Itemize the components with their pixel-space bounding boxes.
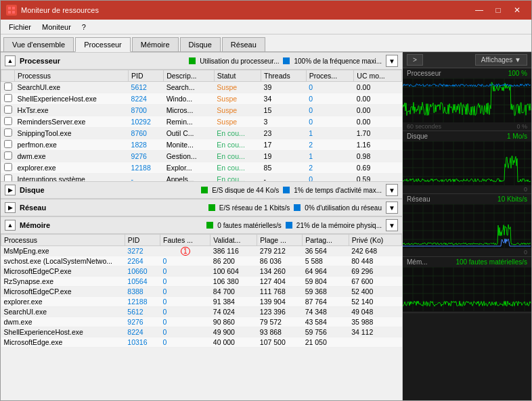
row-name: RemindersServer.exe	[15, 116, 129, 128]
disk-expand-btn[interactable]: ▼	[386, 184, 398, 196]
row-partage: 5 588	[303, 256, 349, 266]
col-statut[interactable]: Statut	[214, 70, 261, 82]
memory-table-row[interactable]: MsMpEng.exe 3272 1 386 116 279 212 36 56…	[1, 246, 402, 256]
tab-vue-ensemble[interactable]: Vue d'ensemble	[3, 37, 74, 51]
graph-section-3: Mém...100 fautes matérielles/s	[403, 257, 531, 313]
memory-table-row[interactable]: MicrosoftEdgeCP.exe 8388 0 84 700 111 76…	[1, 287, 402, 297]
memory-expand-btn[interactable]: ▼	[386, 219, 398, 231]
row-pid: 9276	[129, 151, 164, 162]
tab-disque[interactable]: Disque	[180, 37, 221, 51]
row-prive: 52 140	[349, 297, 401, 307]
memory-title: Mémoire	[20, 221, 50, 229]
memory-table-row[interactable]: RzSynapse.exe 10564 0 106 380 127 404 59…	[1, 277, 402, 287]
network-expand-btn[interactable]: ▼	[386, 202, 398, 214]
cpu-table-row[interactable]: RemindersServer.exe 10292 Remin... Suspe…	[1, 116, 402, 128]
row-checkbox-cell[interactable]	[1, 174, 15, 182]
col-process[interactable]: Proces...	[306, 70, 354, 82]
cpu-title: Processeur	[20, 57, 60, 65]
row-checkbox-cell[interactable]	[1, 139, 15, 151]
close-button[interactable]: ✕	[508, 3, 526, 17]
row-faults: 0	[160, 266, 210, 277]
cpu-expand-btn[interactable]: ▼	[386, 55, 398, 67]
row-checkbox-cell[interactable]	[1, 105, 15, 116]
row-process: 0	[306, 93, 354, 105]
col-uc[interactable]: UC mo...	[354, 70, 402, 82]
cpu-table-row[interactable]: ShellExperienceHost.exe 8224 Windo... Su…	[1, 93, 402, 105]
menu-help[interactable]: ?	[76, 22, 91, 32]
row-validate: 49 900	[210, 327, 257, 337]
row-checkbox-cell[interactable]	[1, 151, 15, 162]
memory-table-row[interactable]: svchost.exe (LocalSystemNetwo... 2264 0 …	[1, 256, 402, 266]
cpu-table-row[interactable]: Interruptions système - Appels... En cou…	[1, 174, 402, 182]
row-process: 0	[306, 116, 354, 128]
cpu-section-header: ▲ Processeur Utilisation du processeur..…	[1, 52, 402, 70]
memory-collapse-btn[interactable]: ▲	[5, 220, 16, 231]
disk-dot-green	[201, 187, 208, 193]
svg-rect-0	[8, 7, 11, 9]
row-checkbox-cell[interactable]	[1, 116, 15, 128]
cpu-table-row[interactable]: explorer.exe 12188 Explor... En cou... 8…	[1, 162, 402, 174]
row-pid: 10564	[125, 277, 160, 287]
cpu-table-row[interactable]: SearchUI.exe 5612 Search... Suspe 39 0 0…	[1, 82, 402, 93]
row-plage: 123 396	[257, 307, 303, 317]
memory-table-row[interactable]: MicrosoftEdge.exe 10316 0 40 000 107 500…	[1, 337, 402, 348]
mem-col-validate[interactable]: Validat...	[210, 235, 257, 246]
menu-moniteur[interactable]: Moniteur	[37, 22, 76, 32]
mem-col-prive[interactable]: Privé (Ko)	[349, 235, 401, 246]
row-faults: 0	[160, 327, 210, 337]
row-threads: -	[261, 174, 307, 182]
tab-reseau[interactable]: Réseau	[222, 37, 265, 51]
mem-col-pid[interactable]: PID	[125, 235, 160, 246]
disk-collapse-btn[interactable]: ▶	[5, 185, 16, 195]
col-processus[interactable]: Processus	[15, 70, 129, 82]
col-desc[interactable]: Descrip...	[164, 70, 215, 82]
col-pid[interactable]: PID	[129, 70, 164, 82]
row-uc: 0.00	[354, 82, 402, 93]
memory-table-row[interactable]: MicrosoftEdgeCP.exe 10660 0 100 604 134 …	[1, 266, 402, 277]
minimize-button[interactable]: —	[470, 3, 488, 17]
graph-canvas-2	[403, 204, 531, 248]
left-panel: ▲ Processeur Utilisation du processeur..…	[1, 52, 403, 400]
maximize-button[interactable]: □	[489, 3, 507, 17]
mem-col-processus[interactable]: Processus	[1, 235, 125, 246]
memory-table-row[interactable]: SearchUI.exe 5612 0 74 024 123 396 74 34…	[1, 307, 402, 317]
memory-table-row[interactable]: explorer.exe 12188 0 91 384 139 904 87 7…	[1, 297, 402, 307]
row-pid: 1828	[129, 139, 164, 151]
tab-processeur[interactable]: Processeur	[75, 37, 131, 52]
row-threads: 15	[261, 105, 307, 116]
row-checkbox-cell[interactable]	[1, 162, 15, 174]
row-checkbox-cell[interactable]	[1, 82, 15, 93]
row-checkbox-cell[interactable]	[1, 128, 15, 139]
network-collapse-btn[interactable]: ▶	[5, 202, 16, 213]
row-plage: 139 904	[257, 297, 303, 307]
cpu-table-row[interactable]: SnippingTool.exe 8760 Outil C... En cou.…	[1, 128, 402, 139]
forward-button[interactable]: >	[407, 54, 423, 66]
app-icon	[6, 5, 17, 16]
menu-fichier[interactable]: Fichier	[3, 22, 37, 32]
tab-memoire[interactable]: Mémoire	[132, 37, 179, 51]
svg-rect-2	[8, 11, 11, 14]
mem-col-faults[interactable]: Fautes ...	[160, 235, 210, 246]
row-checkbox-cell[interactable]	[1, 93, 15, 105]
cpu-table-row[interactable]: HxTsr.exe 8700 Micros... Suspe 15 0 0.00	[1, 105, 402, 116]
row-desc: Search...	[164, 82, 215, 93]
graph-section-0: Processeur100 %60 secondes0 %	[403, 68, 531, 131]
row-status: En cou...	[214, 162, 261, 174]
row-partage: 43 584	[303, 317, 349, 327]
cpu-table-row[interactable]: dwm.exe 9276 Gestion... En cou... 19 1 0…	[1, 151, 402, 162]
row-name: SnippingTool.exe	[15, 128, 129, 139]
row-name: dwm.exe	[1, 317, 125, 327]
graph-canvas-0	[403, 78, 531, 122]
cpu-collapse-btn[interactable]: ▲	[5, 55, 16, 66]
mem-col-plage[interactable]: Plage ...	[257, 235, 303, 246]
mem-col-partage[interactable]: Partag...	[303, 235, 349, 246]
row-faults: 0	[160, 317, 210, 327]
row-plage: 127 404	[257, 277, 303, 287]
cpu-table-row[interactable]: perfmon.exe 1828 Monite... En cou... 17 …	[1, 139, 402, 151]
row-validate: 100 604	[210, 266, 257, 277]
graph-subtitle-value-0: 0 %	[516, 123, 527, 130]
col-threads[interactable]: Threads	[261, 70, 307, 82]
affichages-button[interactable]: Affichages ▼	[475, 54, 527, 66]
memory-table-row[interactable]: ShellExperienceHost.exe 8224 0 49 900 93…	[1, 327, 402, 337]
memory-table-row[interactable]: dwm.exe 9276 0 90 860 79 572 43 584 35 9…	[1, 317, 402, 327]
